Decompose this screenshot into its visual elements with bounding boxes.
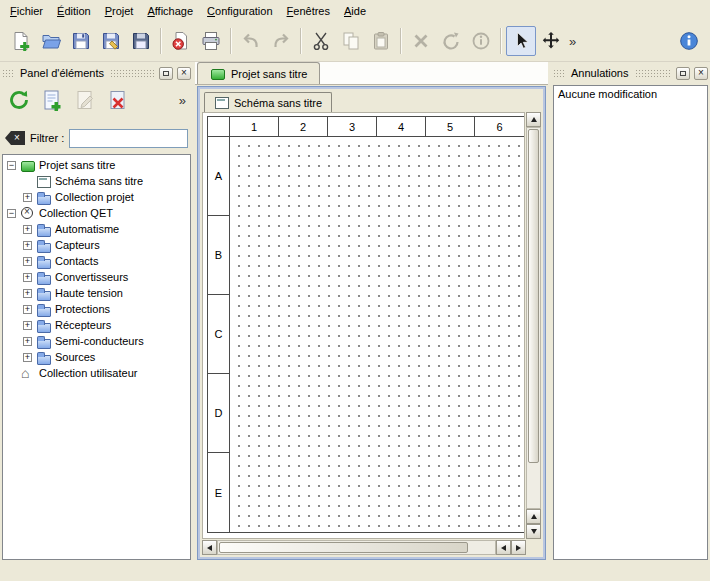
row-header: A [208, 137, 229, 216]
arrow-left-icon [501, 545, 506, 551]
clear-filter-button[interactable] [5, 131, 25, 145]
dock-grip [553, 69, 565, 78]
scroll-down-button[interactable] [526, 524, 541, 539]
rotate-button[interactable] [436, 26, 466, 56]
info-blue-icon [679, 31, 699, 51]
toolbar-overflow-button[interactable]: » [566, 34, 579, 49]
tab-schema[interactable]: Schéma sans titre [204, 92, 332, 112]
tree-label: Convertisseurs [55, 271, 128, 283]
undo-button[interactable] [236, 26, 266, 56]
expand-icon[interactable] [23, 353, 32, 362]
tree-item-collection-projet[interactable]: Collection projet [3, 189, 190, 205]
vertical-scrollbar[interactable] [526, 112, 541, 539]
menu-projet[interactable]: Projet [98, 2, 141, 20]
menu-configuration[interactable]: Configuration [200, 2, 279, 20]
copy-button[interactable] [336, 26, 366, 56]
collapse-icon[interactable] [7, 161, 16, 170]
elements-panel-titlebar[interactable]: Panel d'éléments × [2, 65, 191, 81]
new-file-button[interactable] [6, 26, 36, 56]
expand-icon[interactable] [23, 193, 32, 202]
about-button[interactable] [674, 26, 704, 56]
float-panel-button[interactable] [159, 67, 173, 80]
tree-item-semi-conducteurs[interactable]: Semi-conducteurs [3, 333, 190, 349]
cut-button[interactable] [306, 26, 336, 56]
tab-project[interactable]: Projet sans titre [197, 62, 320, 84]
move-mode-button[interactable] [536, 26, 566, 56]
toolbar-separator [500, 28, 502, 54]
collapse-icon[interactable] [7, 209, 16, 218]
tree-item-schema[interactable]: Schéma sans titre [3, 173, 190, 189]
scroll-up-button[interactable] [526, 112, 541, 127]
filter-input[interactable] [69, 129, 188, 148]
tree-item-convertisseurs[interactable]: Convertisseurs [3, 269, 190, 285]
tree-label: Haute tension [55, 287, 123, 299]
arrow-right-icon [516, 545, 521, 551]
vertical-scroll-track[interactable] [526, 127, 541, 509]
schema-canvas[interactable] [230, 137, 524, 532]
panel-overflow-button[interactable]: » [179, 93, 188, 108]
tree-label: Projet sans titre [39, 159, 115, 171]
reload-collections-button[interactable] [5, 86, 33, 114]
column-header: 3 [328, 117, 377, 136]
expand-icon[interactable] [23, 225, 32, 234]
status-bar [0, 562, 710, 581]
tree-item-automatisme[interactable]: Automatisme [3, 221, 190, 237]
tree-item-collection-utilisateur[interactable]: Collection utilisateur [3, 365, 190, 381]
close-panel-button[interactable]: × [177, 67, 191, 80]
delete-element-button[interactable] [104, 86, 132, 114]
dock-grip [635, 69, 673, 78]
horizontal-scroll-track[interactable] [217, 540, 496, 555]
save-as-button[interactable] [96, 26, 126, 56]
expander-spacer [23, 177, 32, 186]
column-header: 1 [230, 117, 279, 136]
horizontal-scroll-thumb[interactable] [219, 542, 468, 553]
tree-item-recepteurs[interactable]: Récepteurs [3, 317, 190, 333]
tree-item-protections[interactable]: Protections [3, 301, 190, 317]
collections-tree[interactable]: Projet sans titre Schéma sans titre Coll… [2, 154, 191, 560]
print-button[interactable] [196, 26, 226, 56]
tree-item-collection-qet[interactable]: Collection QET [3, 205, 190, 221]
menu-aide[interactable]: Aide [337, 2, 373, 20]
float-panel-button[interactable] [676, 67, 690, 80]
delete-button[interactable] [406, 26, 436, 56]
select-pointer-button[interactable] [506, 26, 536, 56]
scroll-right-button[interactable] [511, 540, 526, 555]
tree-item-project[interactable]: Projet sans titre [3, 157, 190, 173]
menu-affichage[interactable]: Affichage [140, 2, 200, 20]
undo-panel-titlebar[interactable]: Annulations × [553, 65, 708, 81]
scroll-up-button-2[interactable] [526, 509, 541, 524]
new-element-button[interactable] [38, 86, 66, 114]
mdi-workspace: Projet sans titre Schéma sans titre 1 2 … [195, 62, 548, 562]
expand-icon[interactable] [23, 321, 32, 330]
menu-edition[interactable]: Édition [50, 2, 98, 20]
close-panel-button[interactable]: × [694, 67, 708, 80]
redo-button[interactable] [266, 26, 296, 56]
expand-icon[interactable] [23, 305, 32, 314]
folder-icon [36, 335, 51, 348]
paste-button[interactable] [366, 26, 396, 56]
expand-icon[interactable] [23, 273, 32, 282]
edit-element-button[interactable] [71, 86, 99, 114]
save-all-button[interactable] [126, 26, 156, 56]
tree-item-contacts[interactable]: Contacts [3, 253, 190, 269]
expand-icon[interactable] [23, 241, 32, 250]
element-info-button[interactable] [466, 26, 496, 56]
tree-item-sources[interactable]: Sources [3, 349, 190, 365]
expand-icon[interactable] [23, 257, 32, 266]
scroll-left-button-2[interactable] [496, 540, 511, 555]
menu-fenetres[interactable]: Fenêtres [280, 2, 337, 20]
expand-icon[interactable] [23, 289, 32, 298]
undo-history-list[interactable]: Aucune modification [553, 85, 708, 560]
close-file-button[interactable] [166, 26, 196, 56]
menu-fichier[interactable]: Fichier [3, 2, 50, 20]
expand-icon[interactable] [23, 337, 32, 346]
save-button[interactable] [66, 26, 96, 56]
tree-label: Contacts [55, 255, 98, 267]
vertical-scroll-thumb[interactable] [528, 129, 539, 463]
tree-item-haute-tension[interactable]: Haute tension [3, 285, 190, 301]
tree-item-capteurs[interactable]: Capteurs [3, 237, 190, 253]
scroll-left-button[interactable] [202, 540, 217, 555]
column-ruler: 1 2 3 4 5 6 [208, 117, 524, 137]
open-file-button[interactable] [36, 26, 66, 56]
horizontal-scrollbar[interactable] [202, 540, 526, 555]
